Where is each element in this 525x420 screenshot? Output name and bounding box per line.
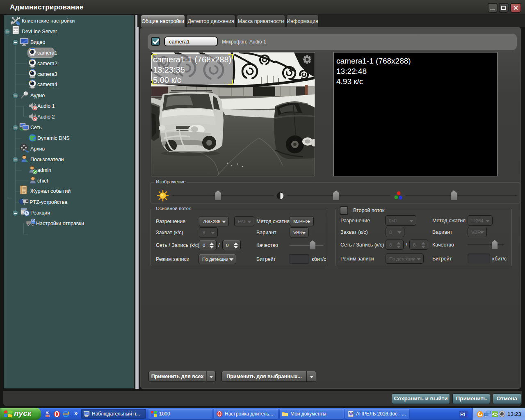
- svg-text:W: W: [349, 412, 353, 416]
